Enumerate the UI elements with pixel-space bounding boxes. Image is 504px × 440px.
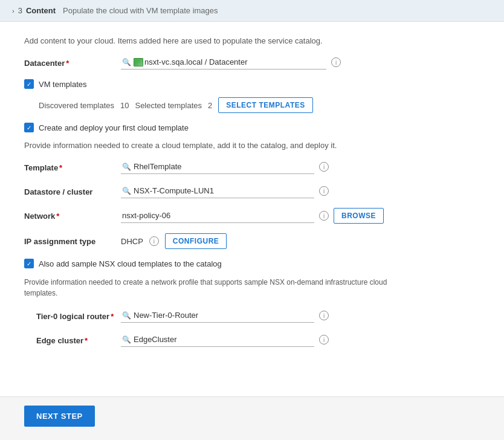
step-label: Content bbox=[26, 6, 56, 15]
ip-assignment-row: IP assignment type DHCP i CONFIGURE bbox=[24, 233, 480, 249]
datastore-search-icon: 🔍 bbox=[122, 187, 131, 195]
datastore-input[interactable]: 🔍 NSX-T-Compute-LUN1 bbox=[121, 184, 314, 198]
templates-info-row: Discovered templates 10 Selected templat… bbox=[39, 97, 480, 113]
footer-bar: NEXT STEP bbox=[0, 396, 504, 435]
main-content: Add content to your cloud. Items added h… bbox=[0, 22, 504, 435]
template-control: 🔍 RhelTemplate i bbox=[121, 160, 480, 174]
vm-templates-row: ✓ VM templates bbox=[24, 79, 480, 89]
tier0-info-icon[interactable]: i bbox=[319, 311, 329, 320]
template-input[interactable]: 🔍 RhelTemplate bbox=[121, 160, 314, 174]
datacenter-label: Datacenter* bbox=[24, 55, 121, 68]
edge-cluster-input[interactable]: 🔍 EdgeCluster bbox=[121, 332, 314, 347]
tier0-router-row: Tier-0 logical router* 🔍 New-Tier-0-Rout… bbox=[36, 308, 480, 323]
discovered-count: 10 bbox=[120, 101, 129, 110]
network-value: nsxt-policy-06 bbox=[122, 211, 313, 220]
network-row: Network* nsxt-policy-06 i BROWSE bbox=[24, 208, 480, 224]
select-templates-button[interactable]: SELECT TEMPLATES bbox=[218, 97, 312, 113]
configure-button[interactable]: CONFIGURE bbox=[165, 233, 227, 249]
chevron-icon: › bbox=[12, 7, 15, 15]
template-search-icon: 🔍 bbox=[122, 163, 131, 171]
step-number: › 3 Content bbox=[12, 6, 56, 15]
next-step-button[interactable]: NEXT STEP bbox=[24, 406, 95, 427]
nsx-templates-checkbox-row: ✓ Also add sample NSX cloud templates to… bbox=[24, 259, 480, 268]
intro-text: Add content to your cloud. Items added h… bbox=[24, 36, 480, 45]
vm-templates-label: VM templates bbox=[39, 80, 86, 89]
step-num-label: 3 bbox=[18, 6, 22, 15]
nsx-templates-label: Also add sample NSX cloud templates to t… bbox=[39, 259, 222, 268]
template-info-icon[interactable]: i bbox=[319, 162, 329, 172]
datastore-row: Datastore / cluster 🔍 NSX-T-Compute-LUN1… bbox=[24, 184, 480, 198]
datastore-label: Datastore / cluster bbox=[24, 184, 121, 196]
network-info-icon[interactable]: i bbox=[319, 211, 329, 221]
dhcp-row: DHCP i CONFIGURE bbox=[121, 233, 227, 249]
edge-cluster-row: Edge cluster* 🔍 EdgeCluster i bbox=[36, 332, 480, 347]
datacenter-icon bbox=[134, 58, 143, 66]
header-bar: › 3 Content Populate the cloud with VM t… bbox=[0, 0, 504, 22]
network-label: Network* bbox=[24, 208, 121, 221]
edge-cluster-control: 🔍 EdgeCluster i bbox=[121, 332, 480, 347]
create-deploy-label: Create and deploy your first cloud templ… bbox=[39, 123, 189, 132]
create-deploy-row: ✓ Create and deploy your first cloud tem… bbox=[24, 123, 480, 132]
datacenter-row: Datacenter* 🔍 nsxt-vc.sqa.local / Datace… bbox=[24, 55, 480, 70]
datastore-control: 🔍 NSX-T-Compute-LUN1 i bbox=[121, 184, 480, 198]
datastore-info-icon[interactable]: i bbox=[319, 186, 329, 196]
dhcp-value: DHCP bbox=[121, 237, 143, 246]
search-icon: 🔍 bbox=[122, 58, 131, 66]
ip-info-icon[interactable]: i bbox=[149, 236, 159, 246]
step-description: Populate the cloud with VM template imag… bbox=[63, 6, 218, 15]
ip-assignment-label: IP assignment type bbox=[24, 233, 121, 246]
create-deploy-checkbox[interactable]: ✓ bbox=[24, 123, 34, 132]
browse-button[interactable]: BROWSE bbox=[334, 208, 384, 224]
template-value: RhelTemplate bbox=[134, 162, 313, 171]
edge-cluster-label: Edge cluster* bbox=[36, 332, 121, 345]
template-label: Template* bbox=[24, 160, 121, 172]
tier0-control: 🔍 New-Tier-0-Router i bbox=[121, 308, 480, 323]
tier0-input[interactable]: 🔍 New-Tier-0-Router bbox=[121, 308, 314, 323]
selected-label: Selected templates bbox=[135, 101, 202, 110]
network-control: nsxt-policy-06 i BROWSE bbox=[121, 208, 480, 224]
tier0-label: Tier-0 logical router* bbox=[36, 308, 121, 321]
discovered-label: Discovered templates bbox=[39, 101, 114, 110]
datacenter-info-icon[interactable]: i bbox=[331, 57, 341, 67]
vm-templates-checkbox[interactable]: ✓ bbox=[24, 79, 34, 89]
edge-cluster-info-icon[interactable]: i bbox=[319, 335, 329, 345]
template-row: Template* 🔍 RhelTemplate i bbox=[24, 160, 480, 174]
edge-cluster-value: EdgeCluster bbox=[134, 335, 313, 344]
datacenter-input[interactable]: 🔍 nsxt-vc.sqa.local / Datacenter bbox=[121, 55, 326, 70]
nsx-templates-desc: Provide information needed to create a n… bbox=[24, 277, 411, 299]
edge-search-icon: 🔍 bbox=[122, 335, 131, 344]
datastore-value: NSX-T-Compute-LUN1 bbox=[134, 186, 313, 195]
selected-count: 2 bbox=[208, 101, 212, 110]
provide-info-text: Provide information needed to create a c… bbox=[24, 141, 480, 150]
tier0-value: New-Tier-0-Router bbox=[134, 311, 313, 320]
nsx-templates-checkbox[interactable]: ✓ bbox=[24, 259, 34, 268]
ip-assignment-control: DHCP i CONFIGURE bbox=[121, 233, 480, 249]
tier0-search-icon: 🔍 bbox=[122, 311, 131, 320]
datacenter-value: nsxt-vc.sqa.local / Datacenter bbox=[144, 57, 325, 66]
network-input[interactable]: nsxt-policy-06 bbox=[121, 209, 314, 223]
datacenter-control: 🔍 nsxt-vc.sqa.local / Datacenter i bbox=[121, 55, 480, 70]
nsx-templates-section: ✓ Also add sample NSX cloud templates to… bbox=[24, 259, 480, 347]
